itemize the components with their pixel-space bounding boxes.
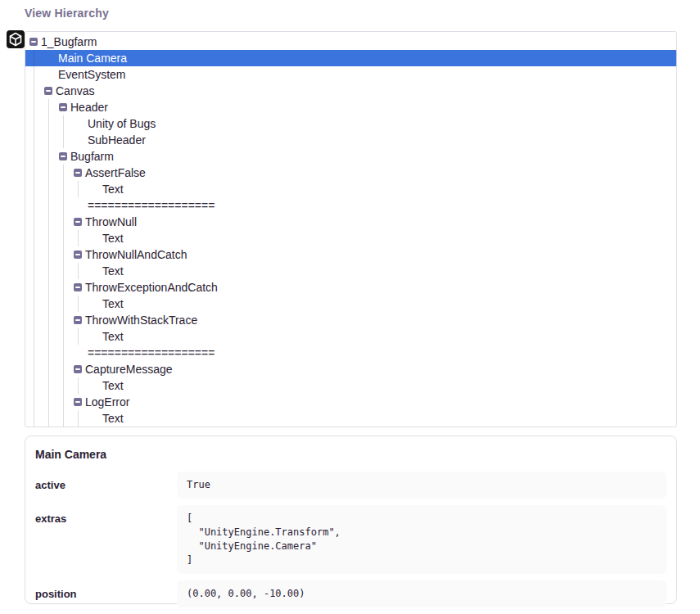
property-row: extras[ "UnityEngine.Transform", "UnityE… — [35, 505, 666, 580]
property-value-text: [ "UnityEngine.Transform", "UnityEngine.… — [187, 512, 657, 567]
indent-spacer — [74, 209, 88, 210]
tree-node[interactable]: Bugfarm — [25, 148, 676, 165]
tree-node-label: Text — [102, 379, 124, 392]
tree-node-label: Main Camera — [58, 52, 127, 65]
collapse-toggle-icon[interactable] — [74, 365, 82, 373]
collapse-toggle-icon[interactable] — [59, 103, 67, 111]
tree-node-label: Text — [102, 232, 124, 245]
indent-spacer — [44, 61, 58, 62]
tree-guide-line — [78, 410, 79, 427]
tree-node[interactable]: CaptureMessage — [25, 361, 676, 377]
property-value-text: (0.00, 0.00, -10.00) — [187, 587, 657, 601]
tree-node-label: Unity of Bugs — [88, 117, 156, 130]
tree-node[interactable]: =================== — [25, 197, 676, 214]
tree-node-label: Bugfarm — [70, 150, 114, 163]
indent-spacer — [74, 356, 88, 357]
unity-platform-icon — [7, 30, 25, 48]
indent-spacer — [88, 242, 102, 242]
tree-node[interactable]: Text — [25, 181, 676, 197]
tree-node-label: ThrowNull — [85, 215, 137, 228]
tree-node[interactable]: Unity of Bugs — [25, 115, 676, 132]
tree-node-label: EventSystem — [58, 68, 125, 81]
tree-node-label: =================== — [88, 346, 215, 359]
unity-icon — [7, 30, 25, 48]
tree-node-label: Text — [102, 264, 124, 278]
property-value: True — [177, 472, 666, 499]
indent-spacer — [88, 307, 102, 308]
collapse-toggle-icon[interactable] — [59, 152, 67, 160]
tree-guide-line — [78, 263, 79, 279]
tree-node[interactable]: SubHeader — [25, 132, 676, 148]
collapse-toggle-icon[interactable] — [74, 169, 82, 177]
tree-node-label: AssertFalse — [85, 166, 146, 179]
tree-node-label: ThrowExceptionAndCatch — [85, 281, 218, 294]
tree-guide-line — [48, 99, 49, 427]
collapse-toggle-icon[interactable] — [74, 251, 82, 259]
tree-guide-line — [34, 50, 34, 427]
tree-node-label: Header — [70, 101, 108, 114]
tree-node[interactable]: LogError — [25, 394, 676, 410]
tree-node-label: SubHeader — [88, 133, 146, 147]
indent-spacer — [88, 389, 102, 390]
tree-node[interactable]: Text — [25, 263, 676, 279]
indent-spacer — [88, 274, 102, 275]
hierarchy-tree-panel[interactable]: 1_BugfarmMain CameraEventSystemCanvasHea… — [25, 31, 677, 427]
tree-guide-line — [78, 328, 79, 345]
tree-node-label: LogError — [85, 395, 129, 409]
tree-node[interactable]: AssertFalse — [25, 165, 676, 181]
tree-node[interactable]: Text — [25, 410, 676, 427]
tree-node-label: Text — [102, 412, 124, 425]
property-key: position — [35, 580, 177, 600]
property-value: (0.00, 0.00, -10.00) — [177, 580, 666, 607]
collapse-toggle-icon[interactable] — [74, 316, 82, 324]
indent-spacer — [74, 143, 88, 144]
tree-guide-line — [63, 115, 64, 148]
tree-node-label: =================== — [88, 199, 215, 212]
tree-node[interactable]: ThrowNull — [25, 214, 676, 230]
collapse-toggle-icon[interactable] — [74, 218, 82, 226]
tree-guide-line — [78, 230, 79, 246]
tree-node-label: ThrowWithStackTrace — [85, 314, 197, 327]
property-key: extras — [35, 505, 177, 525]
indent-spacer — [88, 422, 102, 422]
indent-spacer — [74, 127, 88, 128]
tree-node-label: Text — [102, 297, 124, 310]
tree-node[interactable]: ThrowNullAndCatch — [25, 246, 676, 263]
tree-node[interactable]: ThrowWithStackTrace — [25, 312, 676, 328]
collapse-toggle-icon[interactable] — [74, 398, 82, 406]
collapse-toggle-icon[interactable] — [29, 38, 38, 46]
property-value-text: True — [187, 478, 657, 492]
tree-node[interactable]: =================== — [25, 345, 676, 361]
node-detail-card: Main Camera activeTrueextras[ "UnityEngi… — [25, 436, 677, 604]
property-row: activeTrue — [35, 472, 666, 505]
tree-guide-line — [78, 377, 79, 394]
indent-spacer — [44, 78, 58, 79]
tree-node-label: Text — [102, 183, 124, 196]
tree-guide-line — [63, 165, 64, 427]
tree-node-label: Text — [102, 330, 124, 343]
tree-node-label: Canvas — [56, 84, 94, 97]
tree-node-selected[interactable]: Main Camera — [25, 50, 676, 66]
property-row: position(0.00, 0.00, -10.00) — [35, 580, 666, 614]
tree-node-label: 1_Bugfarm — [41, 35, 97, 48]
indent-spacer — [88, 192, 102, 193]
tree-node[interactable]: Canvas — [25, 83, 676, 99]
tree-guide-line — [78, 181, 79, 197]
view-hierarchy-page: View Hierarchy 1_BugfarmMain CameraEvent… — [0, 0, 700, 614]
tree-node[interactable]: EventSystem — [25, 66, 676, 83]
collapse-toggle-icon[interactable] — [74, 283, 82, 291]
tree-node[interactable]: Header — [25, 99, 676, 115]
tree-node[interactable]: Text — [25, 328, 676, 345]
collapse-toggle-icon[interactable] — [44, 87, 52, 95]
tree-node[interactable]: 1_Bugfarm — [25, 34, 676, 50]
property-list: activeTrueextras[ "UnityEngine.Transform… — [35, 472, 666, 614]
tree-node-label: CaptureMessage — [85, 363, 173, 376]
section-title-view-hierarchy: View Hierarchy — [25, 7, 109, 20]
property-value: [ "UnityEngine.Transform", "UnityEngine.… — [177, 505, 666, 574]
tree-node[interactable]: Text — [25, 296, 676, 312]
tree-node[interactable]: Text — [25, 377, 676, 394]
tree-node[interactable]: ThrowExceptionAndCatch — [25, 279, 676, 296]
tree-node[interactable]: Text — [25, 230, 676, 246]
property-key: active — [35, 472, 177, 491]
hierarchy-tree: 1_BugfarmMain CameraEventSystemCanvasHea… — [25, 34, 676, 427]
